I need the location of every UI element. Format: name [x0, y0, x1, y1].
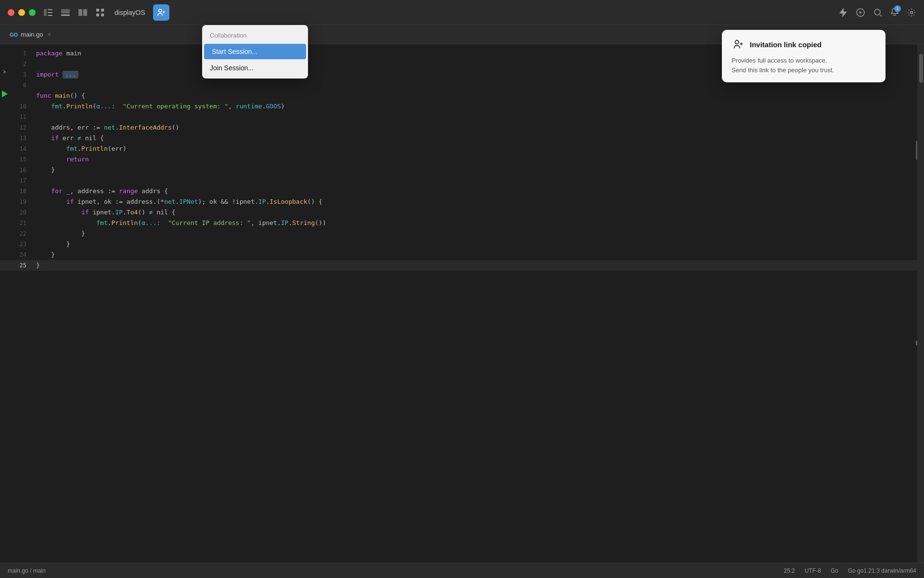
statusbar: main.go / main 25:2 UTF-8 Go Go go1.21.3… [0, 563, 924, 578]
line-number-13: 13 [10, 133, 36, 144]
panel-bottom-icon[interactable] [61, 8, 70, 17]
join-session-item[interactable]: Join Session... [202, 60, 308, 76]
tooltip-body: Provides full access to workspace. Send … [732, 56, 876, 75]
scrollbar-thumb[interactable] [919, 54, 923, 83]
tab-filename: main.go [21, 31, 43, 38]
line-number-11: 11 [10, 112, 36, 122]
run-button[interactable] [0, 91, 10, 97]
app-name: displayOS [115, 9, 145, 16]
line-number-8: 8 [10, 80, 36, 91]
minimap-scrollbar-2 [916, 341, 917, 345]
traffic-lights [8, 9, 36, 16]
svg-point-16 [874, 9, 880, 15]
dropdown-header: Collaboration [202, 28, 308, 43]
settings-icon[interactable] [907, 8, 916, 17]
maximize-button[interactable] [29, 9, 36, 16]
statusbar-go-version[interactable]: Go go1.21.3 darwin/arm64 [848, 567, 916, 574]
sidebar-icons [43, 8, 105, 17]
code-line-9: func main() { [0, 91, 924, 101]
svg-rect-7 [83, 9, 87, 16]
line-number-20: 20 [10, 207, 36, 218]
svg-rect-8 [96, 9, 99, 12]
line-number-24: 24 [10, 250, 36, 260]
code-line-16: 16 } [0, 165, 924, 175]
svg-rect-1 [48, 9, 52, 10]
line-number-10: 10 [10, 101, 36, 112]
line-number-21: 21 [10, 218, 36, 228]
notification-badge: 1 [894, 5, 901, 12]
svg-rect-4 [61, 9, 70, 13]
code-line-11: 11 [0, 112, 924, 122]
tooltip-title: Invitation link copied [750, 40, 821, 49]
line-number-19: 19 [10, 197, 36, 207]
svg-rect-2 [48, 12, 52, 13]
code-line-21: 21 fmt.Println(α...: "Current IP address… [0, 218, 924, 228]
code-line-10: 10 fmt.Println(α...: "Current operating … [0, 101, 924, 112]
code-line-20: 20 if ipnet.IP.To4() ≠ nil { [0, 207, 924, 218]
code-line-18: 18 for _, address := range addrs { [0, 186, 924, 197]
sidebar-left-icon[interactable] [43, 8, 53, 17]
code-line-15: 15 return [0, 154, 924, 165]
code-line-25: 25 } [0, 260, 924, 271]
panel-split-icon[interactable] [78, 8, 88, 17]
svg-rect-6 [78, 9, 82, 16]
svg-point-18 [911, 11, 913, 13]
line-number-25: 25 [10, 260, 36, 271]
minimap-scrollbar [916, 141, 917, 160]
svg-point-12 [159, 9, 162, 12]
line-number-2: 2 [10, 59, 36, 69]
main-area: 1 package main 2 3 import ... 8 [0, 44, 924, 563]
close-button[interactable] [8, 9, 14, 16]
tooltip-header: Invitation link copied [732, 38, 876, 51]
line-number-3: 3 [10, 69, 36, 80]
titlebar: displayOS [0, 0, 924, 25]
svg-point-19 [735, 40, 739, 44]
code-line-22: 22 } [0, 228, 924, 239]
collaboration-button[interactable] [153, 4, 169, 21]
svg-line-17 [880, 14, 882, 16]
code-line-14: 14 fmt.Println(err) [0, 144, 924, 154]
tooltip-line2: Send this link to the people you trust. [732, 66, 834, 74]
tooltip-line1: Provides full access to workspace. [732, 57, 827, 64]
code-line-23: 23 } [0, 239, 924, 250]
line-number-17: 17 [10, 175, 36, 186]
svg-rect-5 [61, 14, 70, 16]
tab-lang: GO [10, 32, 18, 38]
search-icon[interactable] [873, 8, 883, 17]
vertical-scrollbar[interactable] [917, 44, 924, 563]
notification-icon[interactable]: 1 [890, 7, 899, 18]
statusbar-right: 25:2 UTF-8 Go Go go1.21.3 darwin/arm64 [784, 567, 916, 574]
lightning-icon[interactable] [838, 8, 848, 17]
statusbar-language[interactable]: Go [831, 567, 838, 574]
line-number-23: 23 [10, 239, 36, 250]
statusbar-encoding[interactable]: UTF-8 [805, 567, 821, 574]
code-line-12: 12 addrs, err := net.InterfaceAddrs() [0, 122, 924, 133]
invitation-tooltip: Invitation link copied Provides full acc… [722, 30, 886, 82]
line-number-12: 12 [10, 122, 36, 133]
svg-rect-10 [96, 13, 99, 16]
start-session-item[interactable]: Start Session... [204, 44, 306, 59]
svg-rect-11 [101, 13, 104, 16]
code-line-24: 24 } [0, 250, 924, 260]
collaboration-dropdown: Collaboration Start Session... Join Sess… [202, 25, 308, 79]
svg-rect-0 [44, 9, 47, 16]
tab-main-go[interactable]: GO main.go × [4, 28, 58, 41]
play-icon[interactable] [856, 8, 865, 17]
code-editor[interactable]: 1 package main 2 3 import ... 8 [0, 44, 924, 563]
line-number-1: 1 [10, 48, 36, 59]
code-line-19: 19 if ipnet, ok := address.(*net.IPNet);… [0, 197, 924, 207]
tab-close-icon[interactable]: × [46, 31, 52, 38]
line-number-22: 22 [10, 228, 36, 239]
svg-rect-3 [48, 15, 52, 16]
statusbar-position[interactable]: 25:2 [784, 567, 795, 574]
tooltip-collab-icon [732, 38, 745, 51]
apps-grid-icon[interactable] [95, 8, 105, 17]
line-number-15: 15 [10, 154, 36, 165]
titlebar-right: 1 [838, 7, 916, 18]
svg-rect-9 [101, 9, 104, 12]
line-number-18: 18 [10, 186, 36, 197]
minimize-button[interactable] [18, 9, 25, 16]
line-number-16: 16 [10, 165, 36, 175]
code-line-13: 13 if err ≠ nil { [0, 133, 924, 144]
statusbar-path[interactable]: main.go / main [8, 567, 46, 574]
